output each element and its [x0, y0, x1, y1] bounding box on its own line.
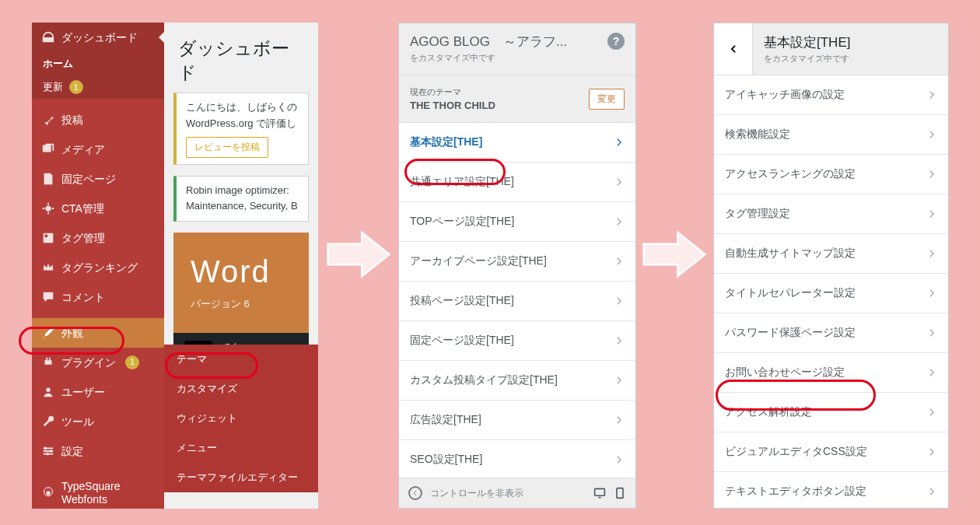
user-icon	[41, 385, 55, 399]
updates-label: 更新	[43, 81, 63, 93]
updates-count-badge: 1	[69, 80, 83, 94]
subpanel-section-row[interactable]: アクセスランキングの設定	[714, 155, 948, 194]
sidebar-item-users[interactable]: ユーザー	[32, 377, 164, 407]
sidebar-item-tools[interactable]: ツール	[32, 407, 164, 436]
customizer-section-row[interactable]: アーカイブページ設定[THE]	[399, 242, 635, 282]
chevron-right-icon	[926, 446, 937, 457]
sidebar-item-tagrank[interactable]: タグランキング	[32, 253, 164, 282]
sidebar-sub-updates[interactable]: 更新 1	[32, 75, 164, 99]
sidebar-item-appearance[interactable]: 外観	[32, 318, 164, 348]
sidebar-label: タグランキング	[61, 261, 138, 275]
sliders-icon	[41, 444, 55, 458]
customizer-section-row[interactable]: SEO設定[THE]	[399, 440, 635, 480]
customizer-root-panel: AGOG BLOG ～アラフ... をカスタマイズ中です ? 現在のテーマ TH…	[398, 23, 636, 509]
welcome-version: バージョン 6	[191, 297, 292, 311]
section-label: 共通エリア設定[THE]	[410, 175, 514, 189]
tablet-icon[interactable]	[614, 487, 626, 499]
change-theme-button[interactable]: 変更	[589, 89, 625, 110]
sidebar-label: 投稿	[61, 114, 83, 127]
svg-point-7	[46, 491, 50, 495]
sidebar-item-media[interactable]: メディア	[32, 135, 164, 164]
svg-rect-9	[617, 488, 623, 499]
subpanel-section-row[interactable]: ビジュアルエディタCSS設定	[714, 432, 948, 472]
sidebar-item-plugins[interactable]: プラグイン 1	[32, 348, 164, 377]
section-label: TOPページ設定[THE]	[410, 215, 514, 229]
subpanel-section-row[interactable]: 検索機能設定	[714, 115, 948, 155]
subpanel-section-row[interactable]: お問い合わせページ設定	[714, 353, 948, 393]
customizer-footer: コントロールを非表示	[399, 478, 635, 508]
subpanel-section-row[interactable]: テキストエディタボタン設定	[714, 472, 948, 509]
subpanel-section-row[interactable]: パスワード保護ページ設定	[714, 313, 948, 353]
chevron-right-icon	[926, 486, 937, 497]
sidebar-item-typesquare[interactable]: TypeSquare Webfonts	[32, 472, 164, 509]
help-button[interactable]: ?	[607, 33, 625, 50]
customizer-section-row[interactable]: 広告設定[THE]	[399, 401, 635, 440]
section-label: アイキャッチ画像の設定	[725, 88, 845, 102]
cta-icon	[41, 201, 55, 215]
notice-text: Maintenance, Security, B	[186, 198, 299, 215]
notice-text: こんにちは、しばらくの	[186, 100, 299, 116]
customizer-section-row[interactable]: 投稿ページ設定[THE]	[399, 282, 635, 321]
page-icon	[41, 172, 55, 186]
sidebar-sub-home[interactable]: ホーム	[32, 52, 164, 75]
sidebar-item-dashboard[interactable]: ダッシュボード	[32, 23, 164, 52]
svg-point-4	[44, 447, 47, 450]
chevron-right-icon	[926, 288, 937, 299]
sub-panel-header: 基本設定[THE] をカスタマイズ中です	[714, 23, 948, 75]
customizer-section-row[interactable]: TOPページ設定[THE]	[399, 202, 635, 242]
crown-icon	[41, 261, 55, 275]
site-title: AGOG BLOG ～アラフ...	[410, 33, 601, 51]
sidebar-label: 外観	[61, 327, 83, 340]
subpanel-subtext: をカスタマイズ中です	[764, 53, 937, 65]
back-button[interactable]	[714, 23, 753, 75]
sidebar-label: ユーザー	[61, 386, 105, 399]
chevron-right-icon	[614, 256, 625, 267]
sidebar-label: 設定	[61, 445, 83, 458]
customizer-section-row[interactable]: 固定ページ設定[THE]	[399, 321, 635, 361]
submenu-widgets[interactable]: ウィジェット	[164, 404, 318, 433]
section-label: アーカイブページ設定[THE]	[410, 254, 547, 268]
chevron-right-icon	[614, 296, 625, 306]
submenu-customize[interactable]: カスタマイズ	[164, 374, 318, 404]
sidebar-label: タグ管理	[61, 232, 105, 245]
section-label: 基本設定[THE]	[410, 135, 482, 149]
page-title: ダッシュボード	[164, 23, 318, 93]
notice-text: Robin image optimizer:	[186, 183, 299, 199]
svg-point-6	[46, 453, 49, 456]
subpanel-section-row[interactable]: タグ管理設定	[714, 194, 948, 234]
subpanel-section-row[interactable]: 自動生成サイトマップ設定	[714, 234, 948, 274]
sidebar-item-cta[interactable]: CTA管理	[32, 194, 164, 223]
welcome-heading: Word	[191, 254, 292, 289]
submenu-menus[interactable]: メニュー	[164, 433, 318, 463]
subpanel-section-row[interactable]: タイトルセパレーター設定	[714, 274, 948, 313]
comment-icon	[41, 290, 55, 304]
sidebar-item-posts[interactable]: 投稿	[32, 105, 164, 135]
subpanel-section-row[interactable]: アクセス解析設定	[714, 393, 948, 432]
customizer-section-row[interactable]: 共通エリア設定[THE]	[399, 163, 635, 202]
chevron-right-icon	[614, 177, 625, 187]
submenu-themes[interactable]: テーマ	[164, 345, 318, 374]
sidebar-item-tag[interactable]: タグ管理	[32, 223, 164, 253]
active-theme-row[interactable]: 現在のテーマ THE THOR CHILD 変更	[399, 75, 635, 123]
sidebar-item-pages[interactable]: 固定ページ	[32, 164, 164, 194]
subpanel-section-row[interactable]: アイキャッチ画像の設定	[714, 75, 948, 115]
plugins-count-badge: 1	[125, 355, 139, 369]
section-label: ビジュアルエディタCSS設定	[725, 445, 867, 459]
arrow-icon	[639, 227, 709, 282]
hide-controls-label[interactable]: コントロールを非表示	[430, 487, 523, 500]
review-post-button[interactable]: レビューを投稿	[186, 137, 268, 158]
customizer-section-row[interactable]: カスタム投稿タイプ設定[THE]	[399, 361, 635, 401]
sidebar-label: プラグイン	[61, 356, 116, 369]
collapse-icon[interactable]	[408, 486, 422, 500]
sidebar-item-settings[interactable]: 設定	[32, 436, 164, 466]
desktop-icon[interactable]	[593, 487, 606, 499]
wp-admin-panel: ダッシュボード ホーム 更新 1 投稿 メディア 固定ページ CTA管理 タグ管…	[32, 23, 318, 509]
sidebar-item-comments[interactable]: コメント	[32, 282, 164, 312]
customizer-section-row[interactable]: 基本設定[THE]	[399, 123, 635, 163]
sidebar-label: ツール	[61, 415, 94, 429]
section-label: 固定ページ設定[THE]	[410, 334, 514, 348]
dashboard-icon	[41, 30, 55, 44]
media-icon	[41, 142, 55, 156]
section-label: テキストエディタボタン設定	[725, 485, 866, 499]
submenu-editor[interactable]: テーマファイルエディター	[164, 463, 318, 492]
